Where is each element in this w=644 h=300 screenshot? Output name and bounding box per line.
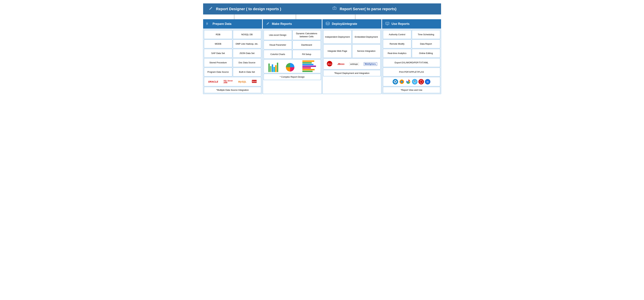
- cell-excel-design: Like-excel Design: [264, 30, 292, 40]
- use-icon: [385, 21, 390, 27]
- sqlserver-logo: SQL Server2008: [224, 80, 233, 84]
- cell-service-integration: Service Integration: [352, 44, 380, 58]
- use-grid: Authority Control Time Scheduling Remote…: [383, 30, 440, 76]
- ie-icon: [392, 79, 398, 84]
- all-columns: RDB NOSQL DB MDDB DMP Like Hadoop, etc. …: [203, 29, 441, 94]
- use-caption: *Report View and Use: [383, 87, 440, 93]
- websphere-logo: WebSphere.: [364, 62, 377, 66]
- access-logo: Access: [252, 80, 257, 84]
- sections-row: ≡ 1 2 3 Prepare Data Make Reports: [203, 19, 441, 29]
- opera-icon: [418, 79, 424, 84]
- chart-preview: [264, 59, 321, 73]
- svg-text:JBoss: JBoss: [327, 63, 332, 65]
- cell-authority: Authority Control: [383, 30, 411, 39]
- safari-icon: [412, 79, 418, 84]
- section-deploy-header: Deploy&Integrate →: [322, 19, 382, 29]
- jboss-text: JBoss: [338, 63, 344, 65]
- main-container: Report Designer ( to design reports ) Re…: [203, 4, 441, 94]
- prepare-grid: RDB NOSQL DB MDDB DMP Like Hadoop, etc. …: [204, 30, 261, 76]
- cell-dynamic-calc: Dynamic Calculations between Cells: [292, 30, 321, 40]
- use-label: Use Reports: [392, 22, 410, 26]
- server-title: Report Server( to parse reports): [340, 7, 396, 11]
- cell-sap: SAP Data Set: [204, 49, 232, 58]
- cell-realtime: Real-time Analytics: [383, 49, 411, 58]
- prepare-label: Prepare Data: [213, 22, 232, 26]
- cell-colorful-charts: Colorful Charts: [264, 50, 292, 59]
- jboss-logo: JBoss: [326, 61, 332, 67]
- cell-json: JSON Data Set: [233, 49, 261, 58]
- cell-dmp: DMP Like Hadoop, etc.: [233, 40, 261, 48]
- section-make-header: Make Reports: [263, 19, 322, 29]
- designer-title: Report Designer ( to design reports ): [216, 7, 281, 11]
- cell-dashboard: Dashboard: [292, 41, 321, 49]
- make-label: Make Reports: [272, 22, 292, 26]
- cell-stored-proc: Stored Procedure: [204, 58, 232, 67]
- use-column: Authority Control Time Scheduling Remote…: [382, 29, 441, 94]
- make-caption: * Complex Report Design: [264, 74, 321, 80]
- deploy-grid: Independent Deployment Embedded Deployme…: [323, 30, 380, 58]
- cell-print: Print PDF/APPLET/FLAS: [383, 68, 440, 76]
- cell-rdb: RDB: [204, 30, 232, 39]
- maxthon-icon: m: [425, 79, 430, 84]
- cell-embedded: Embedded Deployment: [352, 30, 380, 44]
- top-headers: Report Designer ( to design reports ) Re…: [203, 4, 441, 15]
- browser-logos: f: [383, 77, 440, 86]
- cell-doc-source: Doc Data Source: [233, 58, 261, 67]
- connector-row-1: [203, 15, 441, 19]
- chrome-icon: [406, 79, 411, 84]
- mysql-logo: MySQL: [238, 80, 246, 83]
- cell-nosql: NOSQL DB: [233, 30, 261, 39]
- prepare-caption: *Multiple Data Source Integration: [204, 87, 261, 93]
- bar-chart: [268, 63, 278, 72]
- svg-point-21: [408, 81, 409, 82]
- make-column: Like-excel Design Dynamic Calculations b…: [263, 29, 322, 94]
- cell-remote-modify: Remote Modify: [383, 40, 411, 48]
- svg-text:Access: Access: [252, 81, 257, 82]
- prepare-icon: ≡ 1 2 3: [206, 21, 210, 27]
- deploy-icon: [326, 21, 330, 27]
- cell-independent: Independent Deployment: [323, 30, 352, 44]
- pie-chart: [286, 63, 295, 72]
- server-logos: JBoss JBoss weblogic WebSphere.: [323, 58, 380, 69]
- make-grid: Like-excel Design Dynamic Calculations b…: [264, 30, 321, 59]
- oracle-logo: ORACLE: [208, 80, 218, 83]
- cell-online-edit: Online Editing: [412, 49, 440, 58]
- deploy-label: Deploy&Integrate: [332, 22, 357, 26]
- svg-rect-0: [333, 7, 336, 10]
- cell-time-sched: Time Scheduling: [412, 30, 440, 39]
- cell-fill-setup: Fill Setup: [292, 50, 321, 59]
- db-logos: ORACLE SQL Server2008 MySQL Access: [204, 77, 261, 86]
- hbar-chart: [302, 60, 316, 72]
- cell-data-report: Data Report: [412, 40, 440, 48]
- section-prepare-header: ≡ 1 2 3 Prepare Data: [203, 19, 262, 29]
- svg-rect-7: [386, 23, 388, 24]
- svg-point-5: [326, 22, 330, 23]
- svg-text:3: 3: [206, 24, 207, 25]
- deploy-column: Independent Deployment Embedded Deployme…: [322, 29, 382, 94]
- cell-export: Export EXL/WORD/PDF/TXT/XML: [383, 58, 440, 67]
- cell-builtin: Built-in Data Set: [233, 68, 261, 76]
- firefox-icon: f: [399, 79, 404, 84]
- cell-mddb: MDDB: [204, 40, 232, 48]
- designer-header: Report Designer ( to design reports ): [203, 4, 327, 15]
- designer-icon: [208, 6, 213, 12]
- prepare-column: RDB NOSQL DB MDDB DMP Like Hadoop, etc. …: [203, 29, 262, 94]
- server-icon: [332, 6, 337, 12]
- cell-program-source: Program Data Source: [204, 68, 232, 76]
- section-use-header: Use Reports: [382, 19, 441, 29]
- server-header: Report Server( to parse reports): [327, 4, 441, 15]
- deploy-caption: *Report Deployment and Integration: [323, 70, 380, 76]
- weblogic-logo: weblogic: [349, 63, 359, 66]
- make-icon: [266, 22, 270, 26]
- cell-visual-param: Visual Parameter: [264, 41, 292, 49]
- svg-text:m: m: [427, 81, 429, 83]
- cell-integrate-web: Integrate Web Page: [323, 44, 352, 58]
